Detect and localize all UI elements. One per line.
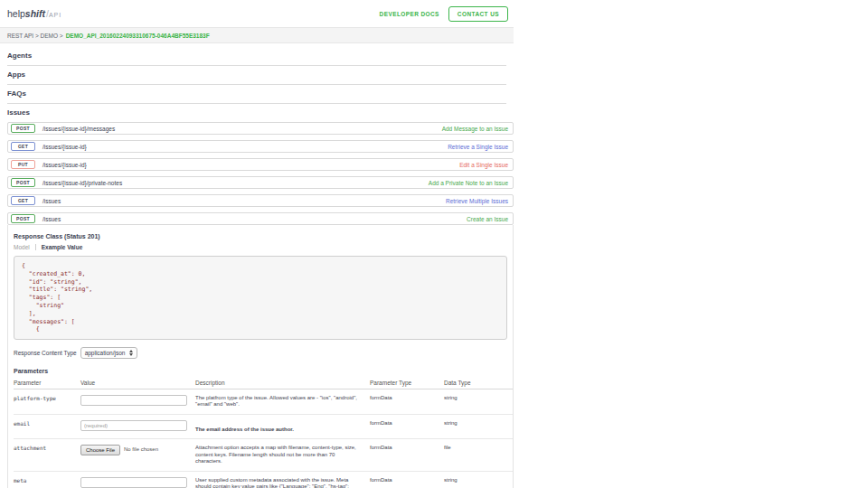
endpoint-row-post-create-issue[interactable]: POST /issues Create an Issue [7,212,514,225]
attachment-file-control: Choose File No file chosen [80,445,188,455]
col-data-type: Data Type [444,377,513,389]
method-badge-get: GET [11,142,35,151]
endpoint-summary-link[interactable]: Retrieve Multiple Issues [446,198,508,204]
breadcrumb-current-api: DEMO_API_20160224093310675-046A4BF55E318… [66,33,210,39]
logo-shift-text: shift [25,8,45,19]
endpoint-summary-link[interactable]: Retrieve a Single Issue [448,144,508,150]
example-value-codeblock: { "created_at": 0, "id": "string", "titl… [14,256,507,340]
endpoint-summary-link[interactable]: Add Message to an Issue [442,126,508,132]
endpoint-path: /issues/{issue-id} [42,144,87,150]
param-type: formData [370,414,444,439]
param-type: formData [370,389,444,414]
section-issues[interactable]: Issues [7,104,506,122]
col-parameter-type: Parameter Type [370,377,444,389]
code-line: ], [22,310,499,318]
endpoint-row-put-single-issue[interactable]: PUT /issues/{issue-id} Edit a Single Iss… [7,158,514,171]
param-name: platform-type [14,389,80,414]
col-value: Value [80,377,195,389]
logo-api-text: API [49,12,61,18]
code-line: "tags": [ [22,294,499,302]
section-agents[interactable]: Agents [7,47,506,66]
code-line: { [22,262,499,270]
endpoint-path: /issues [42,198,61,204]
endpoint-path: /issues [42,216,61,222]
operation-detail-panel: Response Class (Status 201) Model Exampl… [7,225,514,488]
response-class-title: Response Class (Status 201) [14,233,507,239]
response-content-type-label: Response Content Type [14,350,77,356]
method-badge-put: PUT [11,160,35,169]
code-line: "id": "string", [22,278,499,286]
file-status-text: No file chosen [124,446,158,454]
param-data-type: string [444,389,513,414]
param-data-type: file [444,439,513,472]
param-data-type: string [444,471,513,488]
endpoint-path: /issues/{issue-id}/messages [42,126,115,132]
method-badge-post: POST [11,178,35,187]
section-faqs[interactable]: FAQs [7,85,506,104]
select-value: application/json [85,350,126,356]
col-parameter: Parameter [14,377,80,389]
param-type: formData [370,439,444,472]
endpoint-row-get-issues[interactable]: GET /issues Retrieve Multiple Issues [7,194,514,207]
param-row-email: email The email address of the issue aut… [14,414,513,439]
param-name: attachment [14,439,80,472]
parameters-header-row: Parameter Value Description Parameter Ty… [14,377,513,389]
parameters-title: Parameters [14,368,507,374]
endpoint-row-get-single-issue[interactable]: GET /issues/{issue-id} Retrieve a Single… [7,140,514,153]
param-row-platform-type: platform-type The platfrom type of the i… [14,389,513,414]
parameters-table: Parameter Value Description Parameter Ty… [14,377,513,488]
code-line: { [22,325,499,333]
response-tabs: Model Example Value [14,244,507,250]
code-line: "created_at": 0, [22,270,499,278]
method-badge-post: POST [11,124,35,133]
col-description: Description [195,377,370,389]
response-content-type-row: Response Content Type application/json [14,347,507,359]
endpoint-row-post-messages[interactable]: POST /issues/{issue-id}/messages Add Mes… [7,122,514,135]
email-input[interactable] [80,420,187,431]
code-line: "string" [22,302,499,310]
param-data-type: string [444,414,513,439]
param-description: The email address of the issue author. [195,427,363,434]
endpoint-path: /issues/{issue-id} [42,162,87,168]
endpoint-summary-link[interactable]: Create an Issue [467,216,508,222]
platform-type-input[interactable] [80,395,187,406]
logo-help-text: help [7,8,25,19]
helpshift-logo[interactable]: helpshift/API [7,8,61,19]
choose-file-button[interactable]: Choose File [80,445,120,455]
main-content: Agents Apps FAQs Issues POST /issues/{is… [0,43,514,488]
top-header: helpshift/API DEVELOPER DOCS CONTACT US [0,0,514,27]
response-content-type-select[interactable]: application/json [80,347,138,359]
developer-docs-link[interactable]: DEVELOPER DOCS [380,11,439,17]
tab-example-value[interactable]: Example Value [36,244,83,250]
param-description: The platfrom type of the issue. Allowed … [195,389,370,414]
param-type: formData [370,471,444,488]
select-arrows-icon [129,350,133,357]
code-line: "title": "string", [22,286,499,294]
param-description: User supplied custom metadata associated… [195,471,370,488]
tab-model[interactable]: Model [14,244,36,250]
breadcrumb-prefix[interactable]: REST API > DEMO > [7,33,63,39]
param-name: meta [14,471,80,488]
endpoint-summary-link[interactable]: Add a Private Note to an Issue [429,180,508,186]
endpoint-path: /issues/{issue-id}/private-notes [42,180,122,186]
param-row-attachment: attachment Choose File No file chosen At… [14,439,513,472]
param-name: email [14,414,80,439]
header-actions: DEVELOPER DOCS CONTACT US [380,6,508,22]
meta-input[interactable] [80,477,187,488]
param-description: Attachment option accepts a map with fil… [195,439,370,472]
param-row-meta: meta User supplied custom metadata assoc… [14,471,513,488]
breadcrumb: REST API > DEMO > DEMO_API_2016022409331… [0,27,514,43]
code-line: "messages": [ [22,318,499,326]
section-apps[interactable]: Apps [7,66,506,85]
endpoint-summary-link[interactable]: Edit a Single Issue [459,162,508,168]
endpoint-row-post-private-notes[interactable]: POST /issues/{issue-id}/private-notes Ad… [7,176,514,189]
api-docs-page: helpshift/API DEVELOPER DOCS CONTACT US … [0,0,514,488]
method-badge-get: GET [11,196,35,205]
contact-us-button[interactable]: CONTACT US [448,6,508,22]
method-badge-post: POST [11,214,35,223]
